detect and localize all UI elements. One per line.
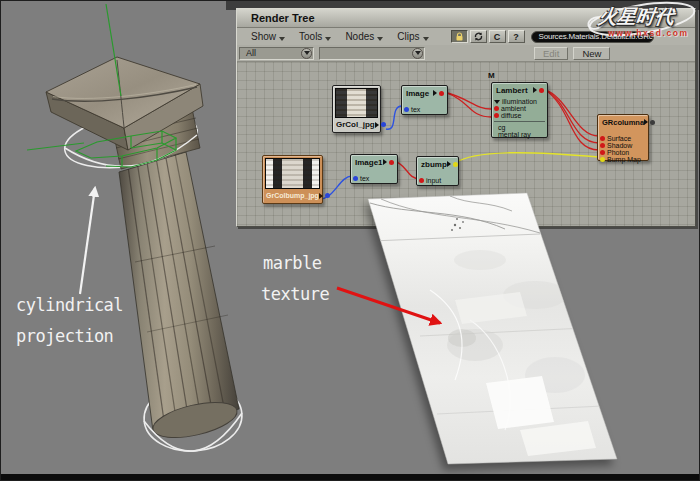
menu-arrow-icon bbox=[325, 37, 331, 41]
window-title: Render Tree bbox=[251, 12, 315, 24]
output-port-dot[interactable] bbox=[325, 193, 330, 198]
bottom-border-bar bbox=[0, 474, 700, 481]
screenshot-root: Render Tree Show Tools Nodes Clips bbox=[0, 0, 700, 481]
dropdown-arrow-icon[interactable] bbox=[412, 48, 423, 59]
menu-arrow-icon bbox=[279, 37, 285, 41]
cylindrical-projection-arrow bbox=[80, 188, 95, 294]
clear-button[interactable]: C bbox=[489, 30, 506, 43]
grcol-thumbnail bbox=[335, 88, 378, 118]
node-image1[interactable]: Image1 tex bbox=[350, 154, 398, 184]
node-output-icon bbox=[383, 159, 387, 165]
projection-ellipse-top[interactable] bbox=[61, 104, 201, 176]
output-port-dot[interactable] bbox=[539, 88, 544, 93]
node-output-icon bbox=[447, 161, 451, 167]
material-group-label: M bbox=[488, 71, 495, 80]
node-output-icon bbox=[533, 87, 537, 93]
annotation-marble: marble bbox=[263, 253, 321, 273]
node-zbump[interactable]: zbump input bbox=[416, 156, 459, 186]
render-tree-menubar: Show Tools Nodes Clips bbox=[237, 28, 695, 45]
output-port-dot[interactable] bbox=[453, 162, 458, 167]
material-path-field[interactable]: Sources.Materials.DefaultLib.GRc bbox=[531, 31, 654, 43]
menu-nodes[interactable]: Nodes bbox=[345, 31, 383, 42]
render-tree-window: Render Tree Show Tools Nodes Clips bbox=[236, 8, 696, 227]
column-abacus[interactable] bbox=[46, 57, 203, 150]
projection-ellipse-bottom-front[interactable] bbox=[144, 413, 242, 451]
help-button[interactable]: ? bbox=[508, 30, 525, 43]
expand-icon[interactable] bbox=[494, 100, 500, 104]
annotation-projection: projection bbox=[16, 326, 113, 346]
refresh-icon bbox=[473, 31, 484, 42]
node-image[interactable]: Image tex bbox=[401, 85, 448, 115]
render-tree-titlebar[interactable]: Render Tree bbox=[237, 9, 695, 28]
menu-clips[interactable]: Clips bbox=[397, 31, 428, 42]
input-port-dot[interactable] bbox=[494, 113, 499, 118]
toolbar-buttons: C ? bbox=[451, 30, 525, 43]
node-divider bbox=[494, 121, 545, 122]
input-port-dot[interactable] bbox=[419, 178, 424, 183]
node-output-icon bbox=[433, 90, 437, 96]
refresh-button[interactable] bbox=[470, 30, 487, 43]
output-port-dot[interactable] bbox=[650, 120, 655, 125]
output-port-dot[interactable] bbox=[381, 122, 386, 127]
projection-ellipse-top-front[interactable] bbox=[65, 135, 197, 166]
dropdown-arrow-icon[interactable] bbox=[301, 48, 312, 59]
output-port-dot[interactable] bbox=[389, 160, 394, 165]
new-button[interactable]: New bbox=[573, 47, 610, 60]
lock-icon bbox=[455, 32, 464, 42]
lock-button[interactable] bbox=[451, 30, 468, 43]
node-grcolbump-jpg[interactable]: GrColbump_jpg bbox=[262, 155, 323, 204]
input-port-dot[interactable] bbox=[600, 143, 605, 148]
input-port-dot[interactable] bbox=[600, 157, 605, 162]
edit-button[interactable]: Edit bbox=[534, 47, 568, 60]
marble-texture-arrow bbox=[337, 288, 440, 323]
close-button[interactable]: × bbox=[655, 5, 671, 21]
column-shaft[interactable] bbox=[119, 152, 240, 444]
node-graph-canvas[interactable]: GrCol_jpg Image tex M Lambert bbox=[237, 61, 695, 226]
preset-dropdown[interactable] bbox=[319, 47, 425, 60]
input-port-dot[interactable] bbox=[600, 136, 605, 141]
input-port-dot[interactable] bbox=[600, 150, 605, 155]
input-port-dot[interactable] bbox=[404, 107, 409, 112]
node-output-icon bbox=[319, 193, 323, 199]
annotation-texture: texture bbox=[261, 284, 329, 304]
grcolbump-thumbnail bbox=[265, 158, 320, 189]
column-capital[interactable] bbox=[112, 108, 200, 169]
filter-bar: All Edit New bbox=[237, 45, 695, 61]
output-port-dot[interactable] bbox=[439, 91, 444, 96]
projection-ellipse-bottom[interactable] bbox=[142, 380, 245, 455]
node-lambert[interactable]: Lambert illumination ambient diffuse cg … bbox=[491, 82, 548, 138]
node-output-icon bbox=[644, 119, 648, 125]
node-output-icon bbox=[375, 122, 379, 128]
projection-gizmo[interactable] bbox=[27, 4, 176, 167]
node-grcol-jpg[interactable]: GrCol_jpg bbox=[332, 85, 381, 133]
input-port-dot[interactable] bbox=[353, 176, 358, 181]
input-port-dot[interactable] bbox=[494, 106, 499, 111]
menu-tools[interactable]: Tools bbox=[299, 31, 331, 42]
menu-show[interactable]: Show bbox=[251, 31, 285, 42]
filter-type-dropdown[interactable]: All bbox=[239, 47, 314, 60]
menu-arrow-icon bbox=[423, 37, 429, 41]
annotation-cylindrical: cylindrical bbox=[16, 295, 123, 315]
menu-arrow-icon bbox=[377, 37, 383, 41]
node-grcolumna[interactable]: GRcolumna Surface Shadow Photon Bump Map bbox=[597, 114, 649, 161]
